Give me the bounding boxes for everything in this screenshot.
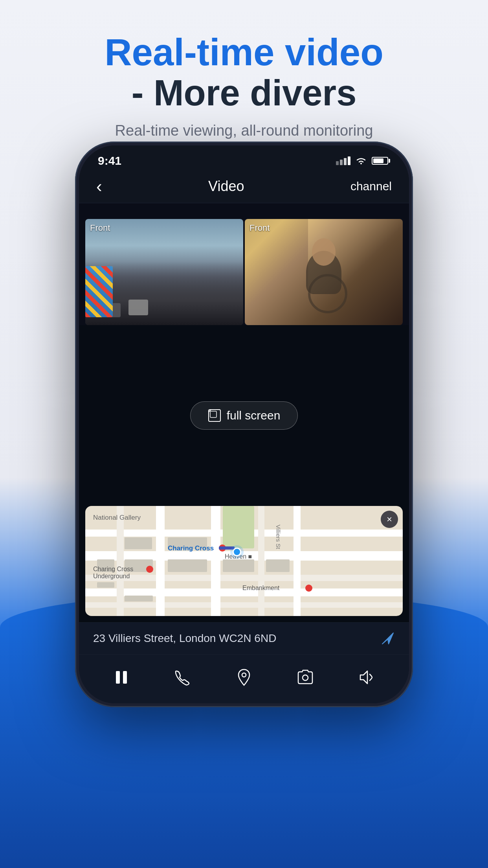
svg-point-5 [242,673,246,677]
svg-point-6 [303,675,308,680]
svg-rect-4 [123,671,127,684]
map-label-charing-cross: Charing Cross [168,544,214,552]
map-close-button[interactable]: × [381,511,398,528]
video-camera-2[interactable]: Front [245,219,403,325]
location-address: 23 Villiers Street, London WC2N 6ND [93,632,276,645]
volume-button[interactable] [355,666,378,689]
map-label-national-gallery: National Gallery [93,514,141,522]
video-camera-1[interactable]: Front [85,219,243,325]
map-label-underground: Charing CrossUnderground [93,566,133,580]
svg-rect-3 [116,671,120,684]
status-time: 9:41 [98,154,121,167]
phone-shell: 9:41 [75,142,413,707]
signal-icon [336,156,350,165]
location-bar: 23 Villiers Street, London WC2N 6ND [79,622,409,654]
fullscreen-button[interactable]: full screen [190,401,298,430]
camera1-label: Front [90,223,110,233]
video-top-spacer [79,203,409,219]
svg-rect-2 [210,411,216,417]
camera2-label: Front [250,223,270,233]
video-grid: Front Front [79,219,409,325]
nav-bar: ‹ Video channel [79,171,409,203]
header-section: Real-time video - More divers Real-time … [0,0,488,139]
phone-screen: 9:41 [79,145,409,703]
map-section: National Gallery Charing Cross Heaven ■ … [79,506,409,622]
nav-title: Video [208,178,244,195]
fullscreen-label: full screen [227,409,281,422]
main-title: Real-time video [0,31,488,73]
battery-icon [372,157,390,165]
map-label-embankment: Embankment [242,585,279,592]
channel-button[interactable]: channel [350,180,392,193]
description: Real-time viewing, all-round monitoring [0,122,488,139]
bottom-toolbar [79,654,409,703]
location-button[interactable] [232,666,256,689]
call-button[interactable] [171,666,194,689]
back-button[interactable]: ‹ [96,178,102,195]
status-bar: 9:41 [79,145,409,171]
subtitle: - More divers [0,73,488,113]
navigate-icon[interactable] [381,631,395,645]
svg-point-0 [360,163,362,164]
map-container[interactable]: National Gallery Charing Cross Heaven ■ … [85,506,403,616]
status-icons [336,156,390,165]
black-area: full screen [79,325,409,506]
phone-wrapper: 9:41 [75,142,413,707]
map-background: National Gallery Charing Cross Heaven ■ … [85,506,403,616]
pause-button[interactable] [110,666,133,689]
map-location-dot [233,548,241,556]
fullscreen-icon [208,409,221,422]
wifi-icon [355,156,367,165]
camera-button[interactable] [294,666,317,689]
map-label-villiers: Villiers St [275,524,282,549]
